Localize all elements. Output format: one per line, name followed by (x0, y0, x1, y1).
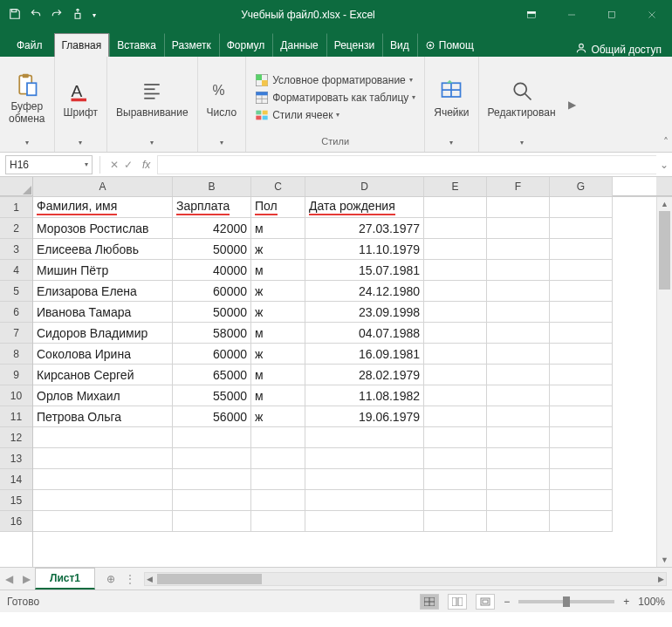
cell[interactable] (33, 511, 173, 532)
v-scroll-thumb[interactable] (659, 211, 670, 290)
row-header-4[interactable]: 4 (0, 260, 32, 281)
cell[interactable] (305, 490, 424, 511)
cell[interactable] (424, 218, 487, 239)
enter-formula-icon[interactable]: ✓ (121, 159, 135, 171)
cell[interactable]: Пол (251, 197, 305, 218)
cell[interactable]: Елизарова Елена (33, 281, 173, 302)
cell[interactable] (251, 490, 305, 511)
page-layout-view-icon[interactable] (448, 594, 467, 610)
column-header-E[interactable]: E (424, 177, 487, 196)
cell[interactable] (305, 448, 424, 469)
cell[interactable]: 58000 (173, 323, 251, 344)
column-header-B[interactable]: B (173, 177, 251, 196)
save-icon[interactable] (9, 8, 21, 23)
cell[interactable]: 55000 (173, 385, 251, 406)
cell[interactable] (424, 197, 487, 218)
cell[interactable]: 27.03.1977 (305, 218, 424, 239)
conditional-formatting-button[interactable]: Условное форматирование▾ (253, 72, 415, 88)
cell[interactable] (550, 448, 613, 469)
cell[interactable] (424, 281, 487, 302)
new-sheet-button[interactable]: ⊕ (100, 569, 121, 590)
normal-view-icon[interactable] (420, 594, 439, 610)
redo-icon[interactable] (51, 8, 63, 23)
cell[interactable] (305, 511, 424, 532)
cell[interactable]: м (251, 365, 305, 385)
cell[interactable] (487, 448, 550, 469)
zoom-slider[interactable] (518, 600, 614, 603)
select-all-button[interactable] (0, 177, 33, 196)
cell[interactable] (550, 218, 613, 239)
cell[interactable]: ж (251, 344, 305, 365)
cell[interactable] (173, 427, 251, 448)
minimize-button[interactable] (552, 0, 592, 30)
zoom-out-button[interactable]: − (504, 596, 510, 608)
row-header-9[interactable]: 9 (0, 365, 32, 385)
cell[interactable]: Орлов Михаил (33, 385, 173, 406)
spreadsheet-grid[interactable]: 12345678910111213141516 Фамилия, имяЗарп… (0, 197, 672, 567)
tab-formulas[interactable]: Формул (219, 33, 273, 57)
tab-data[interactable]: Данные (272, 33, 326, 57)
cell[interactable] (487, 281, 550, 302)
cell[interactable] (251, 511, 305, 532)
cell[interactable]: Соколова Ирина (33, 344, 173, 365)
fx-icon[interactable]: fx (142, 159, 150, 171)
cell[interactable] (487, 490, 550, 511)
zoom-in-button[interactable]: + (623, 596, 629, 608)
cell[interactable] (33, 427, 173, 448)
tab-insert[interactable]: Вставка (109, 33, 164, 57)
cell[interactable]: Иванова Тамара (33, 302, 173, 323)
cell[interactable] (487, 302, 550, 323)
cell[interactable]: Петрова Ольга (33, 406, 173, 427)
cell[interactable] (550, 302, 613, 323)
font-button[interactable]: A Шрифт (62, 77, 99, 120)
cell[interactable]: 50000 (173, 239, 251, 260)
cell[interactable] (487, 260, 550, 281)
cell[interactable] (550, 427, 613, 448)
cell[interactable] (173, 490, 251, 511)
row-header-6[interactable]: 6 (0, 302, 32, 323)
column-header-G[interactable]: G (550, 177, 613, 196)
alignment-button[interactable]: Выравнивание (114, 77, 190, 120)
cell[interactable] (550, 365, 613, 385)
cell[interactable] (33, 448, 173, 469)
cell[interactable] (173, 511, 251, 532)
cell[interactable]: 04.07.1988 (305, 323, 424, 344)
cell[interactable] (550, 197, 613, 218)
undo-icon[interactable] (30, 8, 42, 23)
cell[interactable] (550, 490, 613, 511)
formula-input[interactable] (157, 155, 656, 174)
cell[interactable] (33, 490, 173, 511)
cell[interactable]: 60000 (173, 281, 251, 302)
cell[interactable] (251, 427, 305, 448)
sheet-tab-1[interactable]: Лист1 (35, 568, 95, 590)
cell[interactable] (550, 511, 613, 532)
cell[interactable] (173, 469, 251, 490)
cell[interactable] (550, 385, 613, 406)
format-as-table-button[interactable]: Форматировать как таблицу▾ (253, 90, 417, 106)
sheet-nav-prev-icon[interactable]: ◀ (0, 573, 17, 585)
tab-file[interactable]: Файл (5, 33, 54, 57)
cell[interactable] (173, 448, 251, 469)
close-button[interactable] (632, 0, 672, 30)
cell[interactable]: ж (251, 281, 305, 302)
share-button[interactable]: Общий доступ (591, 44, 662, 56)
cell[interactable]: 19.06.1979 (305, 406, 424, 427)
cell[interactable] (487, 344, 550, 365)
cell[interactable]: 28.02.1979 (305, 365, 424, 385)
cell[interactable] (424, 260, 487, 281)
cell[interactable] (424, 302, 487, 323)
row-header-5[interactable]: 5 (0, 281, 32, 302)
row-header-13[interactable]: 13 (0, 448, 32, 469)
cell[interactable] (487, 239, 550, 260)
zoom-slider-knob[interactable] (563, 596, 570, 607)
ribbon-scroll-right-icon[interactable]: ▶ (565, 99, 579, 111)
paste-button[interactable]: Буфер обмена (7, 71, 47, 126)
cell[interactable]: 60000 (173, 344, 251, 365)
row-header-3[interactable]: 3 (0, 239, 32, 260)
cell[interactable] (550, 344, 613, 365)
share-icon[interactable] (575, 42, 587, 57)
cell[interactable] (487, 385, 550, 406)
cell[interactable] (550, 469, 613, 490)
vertical-scrollbar[interactable]: ▲ ▼ (656, 197, 672, 567)
tab-review[interactable]: Рецензи (326, 33, 382, 57)
